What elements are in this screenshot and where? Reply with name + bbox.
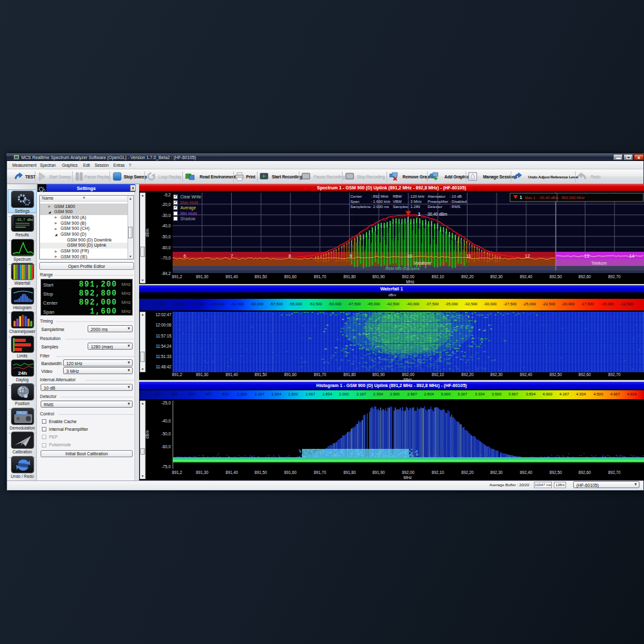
- svg-text:13: 13: [584, 254, 589, 258]
- svg-text:10: 10: [407, 254, 412, 258]
- svg-text:892,000 MHz: 892,000 MHz: [562, 196, 585, 200]
- svg-text:FM930: FM930: [17, 412, 26, 415]
- svg-text:14: 14: [629, 254, 634, 258]
- svg-text:7: 7: [231, 254, 233, 258]
- svg-text:1: 1: [520, 195, 522, 200]
- svg-text:Vodafone: Vodafone: [413, 261, 431, 265]
- svg-text:24h: 24h: [18, 370, 27, 376]
- svg-text:-30,40 dBm: -30,40 dBm: [426, 212, 448, 216]
- svg-text:11: 11: [466, 254, 471, 258]
- svg-text:Max 1 : -30,40 dBm: Max 1 : -30,40 dBm: [525, 196, 558, 200]
- svg-text:-93,7 dBm: -93,7 dBm: [15, 218, 33, 222]
- svg-text:9: 9: [350, 254, 352, 258]
- svg-text:Telekom: Telekom: [591, 261, 607, 265]
- svg-text:6: 6: [184, 254, 186, 258]
- svg-text:12: 12: [525, 254, 530, 258]
- svg-text:8: 8: [289, 254, 291, 258]
- svg-text:1: 1: [418, 212, 421, 216]
- svg-text:GSM 900 (D) Uplink: GSM 900 (D) Uplink: [385, 267, 421, 270]
